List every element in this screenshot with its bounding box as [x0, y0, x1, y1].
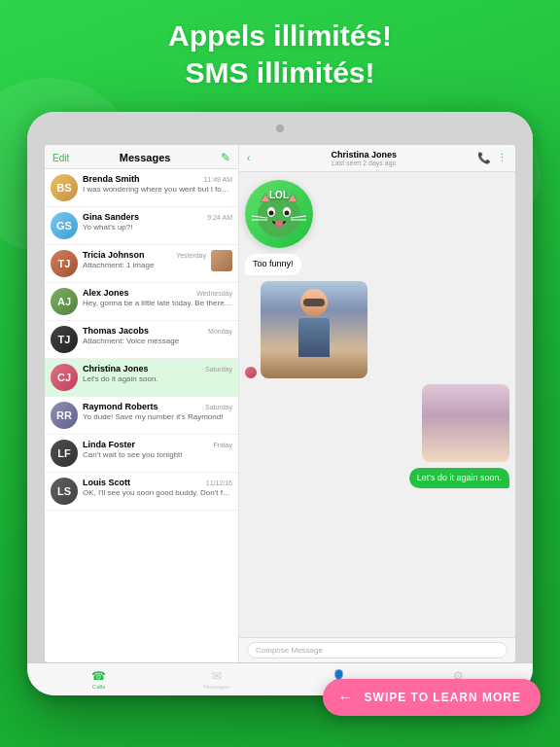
message-content: Alex Jones Wednesday Hey, gonna be a lit…	[83, 288, 232, 307]
sticker-message: LOL	[245, 180, 313, 248]
chat-actions: 📞 ⋮	[477, 152, 508, 164]
chat-header: ‹ Christina Jones Last seen 2 days ago 📞…	[239, 145, 515, 172]
list-item[interactable]: GS Gina Sanders 9:24 AM Yo what's up?!	[45, 207, 238, 245]
contact-name: Tricia Johnson	[83, 250, 145, 260]
contact-name: Alex Jones	[83, 288, 129, 298]
message-preview: OK, I'll see you soon good buddy. Don't …	[83, 488, 232, 497]
chat-panel: ‹ Christina Jones Last seen 2 days ago 📞…	[239, 145, 515, 662]
message-content: Christina Jones Saturday Let's do it aga…	[83, 364, 232, 383]
message-time: Saturday	[205, 366, 232, 373]
list-item[interactable]: RR Raymond Roberts Saturday Yo dude! Sav…	[45, 397, 238, 435]
photo-message-received	[245, 281, 368, 378]
chat-contact-name: Christina Jones	[331, 150, 397, 160]
message-content: Louis Scott 11/12/16 OK, I'll see you so…	[83, 478, 232, 497]
more-icon[interactable]: ⋮	[497, 152, 508, 164]
svg-text:LOL: LOL	[269, 190, 289, 200]
list-item[interactable]: LF Linda Foster Friday Can't wait to see…	[45, 435, 238, 473]
message-time: 9:24 AM	[207, 214, 232, 221]
swipe-button[interactable]: ← SWIPE TO LEARN MORE	[323, 679, 541, 716]
messages-header: Edit Messages ✎	[45, 145, 238, 169]
contact-name: Brenda Smith	[83, 174, 140, 184]
messages-icon: ✉	[212, 669, 222, 683]
avatar: TJ	[51, 326, 78, 353]
message-thumbnail	[211, 250, 232, 271]
message-preview: Hey, gonna be a little late today. Be th…	[83, 299, 232, 307]
swipe-button-label: SWIPE TO LEARN MORE	[365, 691, 521, 704]
message-preview: Attachment: Voice message	[83, 337, 232, 345]
list-item[interactable]: LS Louis Scott 11/12/16 OK, I'll see you…	[45, 473, 238, 511]
avatar: TJ	[51, 250, 78, 277]
sent-bubble: Let's do it again soon.	[409, 468, 509, 489]
messages-title: Messages	[120, 152, 171, 163]
message-preview: Let's do it again soon.	[83, 374, 232, 383]
headline-line1: Appels illimités!	[19, 18, 541, 54]
message-preview: I was wondering where you went but I fou…	[83, 185, 232, 194]
ipad-device: Edit Messages ✎ BS Brenda Smith 11:49 AM…	[27, 112, 533, 695]
received-bubble: Too funny!	[245, 254, 301, 275]
compose-input[interactable]: Compose Message	[247, 642, 508, 658]
message-content: Brenda Smith 11:49 AM I was wondering wh…	[83, 174, 232, 194]
contact-name: Linda Foster	[83, 440, 135, 449]
message-preview: Yo dude! Save my number it's Raymond!	[83, 412, 232, 421]
headline: Appels illimités! SMS illimités!	[0, 18, 560, 90]
tab-calls-label: Calls	[92, 684, 105, 690]
tab-calls[interactable]: ☎ Calls	[91, 669, 106, 690]
list-item[interactable]: TJ Tricia Johnson Yesterday Attachment: …	[45, 245, 238, 283]
contact-name: Christina Jones	[83, 364, 149, 374]
message-content: Linda Foster Friday Can't wait to see yo…	[83, 440, 232, 459]
message-time: 11/12/16	[206, 480, 232, 486]
message-time: Friday	[214, 442, 232, 448]
chat-status: Last seen 2 days ago	[331, 160, 397, 166]
tab-messages[interactable]: ✉ Messages	[203, 669, 229, 690]
avatar: LS	[51, 478, 78, 505]
message-time: Wednesday	[196, 290, 232, 297]
message-preview: Yo what's up?!	[83, 223, 232, 231]
chat-messages: LOL Too funny!	[239, 172, 515, 637]
call-icon[interactable]: 📞	[477, 152, 491, 164]
list-item[interactable]: BS Brenda Smith 11:49 AM I was wondering…	[45, 169, 238, 207]
message-time: 11:49 AM	[203, 176, 232, 183]
contact-name: Raymond Roberts	[83, 402, 158, 411]
svg-point-8	[285, 211, 290, 216]
messages-edit-button[interactable]: Edit	[52, 153, 69, 163]
message-time: Yesterday	[176, 252, 206, 259]
list-item-active[interactable]: CJ Christina Jones Saturday Let's do it …	[45, 359, 238, 397]
lol-sticker: LOL	[245, 180, 313, 248]
message-content: Gina Sanders 9:24 AM Yo what's up?!	[83, 212, 232, 231]
message-content: Thomas Jacobs Monday Attachment: Voice m…	[83, 326, 232, 345]
avatar: LF	[51, 440, 78, 467]
photo-bubble-sent	[422, 384, 509, 462]
avatar: AJ	[51, 288, 78, 315]
avatar: CJ	[51, 364, 78, 391]
message-time: Monday	[208, 328, 232, 335]
avatar: GS	[51, 212, 78, 239]
chat-contact-info: Christina Jones Last seen 2 days ago	[331, 150, 397, 166]
swipe-arrow-icon: ←	[338, 689, 355, 706]
ipad-camera	[276, 124, 284, 132]
calls-icon: ☎	[91, 669, 106, 683]
chat-input-bar: Compose Message	[239, 637, 515, 662]
contact-name: Louis Scott	[83, 478, 130, 487]
compose-icon[interactable]: ✎	[221, 151, 230, 164]
message-preview: Can't wait to see you tonight!	[83, 450, 232, 459]
messages-list: BS Brenda Smith 11:49 AM I was wondering…	[45, 169, 238, 662]
avatar: BS	[51, 174, 78, 201]
messages-panel: Edit Messages ✎ BS Brenda Smith 11:49 AM…	[45, 145, 239, 662]
contact-name: Gina Sanders	[83, 212, 139, 222]
avatar-small	[245, 367, 257, 378]
contact-name: Thomas Jacobs	[83, 326, 149, 336]
message-time: Saturday	[205, 404, 232, 410]
svg-point-9	[275, 221, 283, 227]
message-preview: Attachment: 1 image	[83, 261, 206, 269]
back-button[interactable]: ‹	[247, 153, 250, 163]
svg-point-7	[269, 211, 274, 216]
list-item[interactable]: TJ Thomas Jacobs Monday Attachment: Voic…	[45, 321, 238, 359]
ipad-screen: Edit Messages ✎ BS Brenda Smith 11:49 AM…	[45, 145, 515, 662]
avatar: RR	[51, 402, 78, 429]
headline-line2: SMS illimités!	[19, 54, 541, 91]
message-content: Raymond Roberts Saturday Yo dude! Save m…	[83, 402, 232, 421]
photo-bubble-received	[261, 281, 368, 378]
tab-messages-label: Messages	[203, 684, 229, 690]
list-item[interactable]: AJ Alex Jones Wednesday Hey, gonna be a …	[45, 283, 238, 321]
message-content: Tricia Johnson Yesterday Attachment: 1 i…	[83, 250, 206, 269]
